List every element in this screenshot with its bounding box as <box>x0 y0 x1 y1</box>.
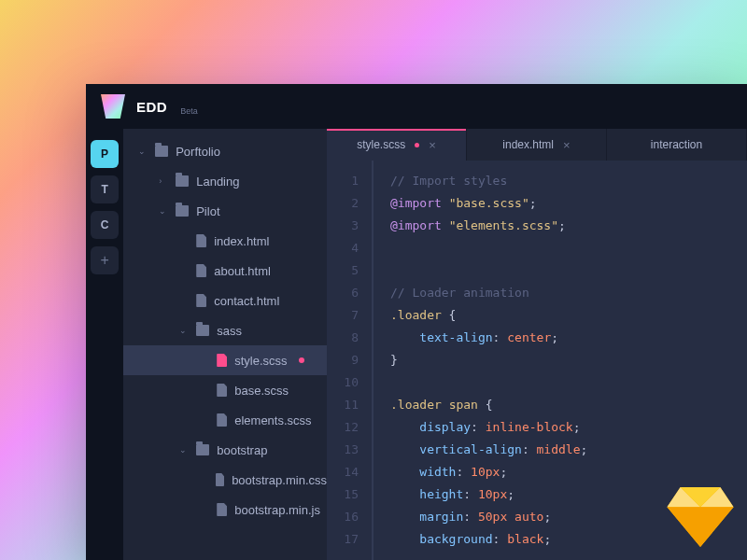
line-number: 9 <box>327 349 359 371</box>
line-number: 16 <box>327 506 359 528</box>
tree-item-label: contact.html <box>214 294 279 308</box>
code-line[interactable]: display: inline-block; <box>390 416 730 439</box>
code-line[interactable]: @import "elements.scss"; <box>390 215 730 237</box>
file-icon <box>217 384 227 397</box>
app-badge: Beta <box>180 106 198 129</box>
chevron-down-icon: ⌄ <box>159 206 168 216</box>
code-line[interactable]: text-align: center; <box>390 327 730 349</box>
file-index-html[interactable]: index.html <box>123 226 327 256</box>
folder-sass[interactable]: ⌄sass <box>123 315 327 345</box>
app-name: EDD <box>136 99 167 115</box>
sketch-diamond-icon <box>667 487 734 547</box>
tree-item-label: base.scss <box>234 384 289 398</box>
folder-bootstrap[interactable]: ⌄bootstrap <box>123 435 327 465</box>
chevron-down-icon: ⌄ <box>179 445 189 455</box>
activity-rail: PTC+ <box>86 129 123 560</box>
close-icon[interactable]: × <box>429 138 436 152</box>
tree-item-label: Porftolio <box>176 145 220 159</box>
file-icon <box>196 234 206 247</box>
tab-index-html[interactable]: index.html× <box>467 129 607 161</box>
line-number: 1 <box>327 170 359 192</box>
editor-tabs: style.scss×index.html×interaction <box>327 129 747 161</box>
code-line[interactable] <box>390 259 730 282</box>
file-about-html[interactable]: about.html <box>123 256 327 286</box>
tree-item-label: elements.scss <box>234 413 311 427</box>
code-line[interactable]: vertical-align: middle; <box>390 439 730 461</box>
file-base-scss[interactable]: base.scss <box>123 375 327 405</box>
code-line[interactable]: } <box>390 349 730 371</box>
rail-item-t[interactable]: T <box>91 175 119 203</box>
folder-icon <box>155 146 168 157</box>
line-number: 8 <box>327 327 359 349</box>
code-line[interactable]: // Loader animation <box>390 282 730 304</box>
rail-add-button[interactable]: + <box>91 246 119 274</box>
tree-item-label: index.html <box>214 234 269 248</box>
tree-item-label: Pilot <box>196 204 219 218</box>
line-number: 6 <box>327 282 359 304</box>
tab-interaction[interactable]: interaction <box>607 129 747 161</box>
tab-style-scss[interactable]: style.scss× <box>327 129 467 161</box>
tab-label: style.scss <box>357 138 405 151</box>
tree-item-label: style.scss <box>234 354 287 368</box>
file-style-scss[interactable]: style.scss <box>123 345 327 375</box>
line-number: 13 <box>327 439 359 461</box>
file-icon <box>217 413 227 427</box>
line-number: 5 <box>327 259 359 282</box>
line-number: 2 <box>327 192 359 215</box>
code-line[interactable] <box>390 371 730 394</box>
folder-icon <box>176 175 189 187</box>
tree-item-label: Landing <box>196 175 239 189</box>
file-bootstrap-min-css[interactable]: bootstrap.min.css <box>123 465 327 495</box>
file-icon <box>217 503 227 516</box>
code-line[interactable]: // Import styles <box>390 170 730 192</box>
chevron-down-icon: ⌄ <box>179 326 189 335</box>
code-line[interactable]: .loader { <box>390 304 730 327</box>
rail-item-c[interactable]: C <box>91 211 119 239</box>
svg-marker-4 <box>667 507 700 547</box>
code-line[interactable]: width: 10px; <box>390 461 730 483</box>
editor-window: EDD Beta PTC+ ⌄Porftolio›Landing⌄Pilotin… <box>86 84 747 560</box>
tree-item-label: bootstrap.min.css <box>232 473 327 487</box>
file-icon <box>217 354 227 367</box>
app-logo-icon <box>101 94 125 119</box>
tab-label: interaction <box>651 138 702 151</box>
folder-Pilot[interactable]: ⌄Pilot <box>123 196 327 226</box>
line-number: 17 <box>327 528 359 551</box>
svg-marker-5 <box>700 507 734 547</box>
file-icon <box>196 264 206 277</box>
chevron-right-icon: › <box>159 176 168 186</box>
modified-dot-icon <box>415 143 419 147</box>
file-icon <box>196 294 206 307</box>
line-number: 10 <box>327 371 359 394</box>
line-number: 12 <box>327 416 359 439</box>
folder-icon <box>196 444 209 455</box>
tree-item-label: bootstrap.min.js <box>234 503 320 517</box>
tree-item-label: about.html <box>214 264 271 278</box>
line-number: 14 <box>327 461 359 483</box>
line-gutter: 1234567891011121314151617 <box>327 161 374 560</box>
file-bootstrap-min-js[interactable]: bootstrap.min.js <box>123 495 327 525</box>
line-number: 11 <box>327 394 359 416</box>
folder-Landing[interactable]: ›Landing <box>123 166 327 196</box>
modified-dot-icon <box>299 357 304 363</box>
file-contact-html[interactable]: contact.html <box>123 286 327 315</box>
line-number: 4 <box>327 237 359 259</box>
tree-item-label: bootstrap <box>217 443 267 457</box>
line-number: 7 <box>327 304 359 327</box>
close-icon[interactable]: × <box>563 138 571 152</box>
rail-item-p[interactable]: P <box>91 140 119 168</box>
code-line[interactable]: @import "base.scss"; <box>390 192 730 215</box>
folder-icon <box>196 325 209 336</box>
tree-item-label: sass <box>217 324 242 338</box>
code-line[interactable]: .loader span { <box>390 394 730 416</box>
chevron-down-icon: ⌄ <box>138 147 148 156</box>
line-number: 15 <box>327 483 359 506</box>
file-icon <box>216 473 224 486</box>
main-area: PTC+ ⌄Porftolio›Landing⌄Pilotindex.htmla… <box>86 129 747 560</box>
tab-label: index.html <box>502 138 554 151</box>
titlebar: EDD Beta <box>86 84 747 129</box>
folder-Porftolio[interactable]: ⌄Porftolio <box>123 136 327 166</box>
code-line[interactable] <box>390 237 730 259</box>
file-elements-scss[interactable]: elements.scss <box>123 405 327 435</box>
file-tree: ⌄Porftolio›Landing⌄Pilotindex.htmlabout.… <box>123 129 327 560</box>
